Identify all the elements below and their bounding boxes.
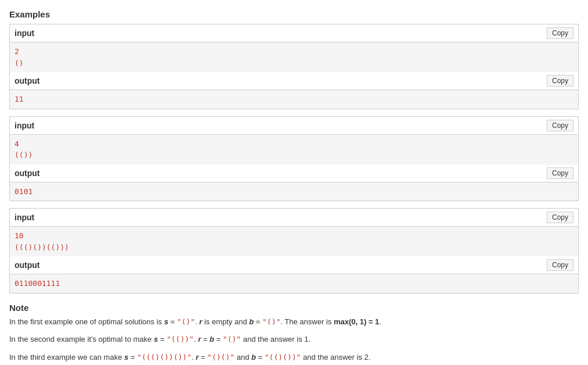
- val-r-3: "()()": [207, 353, 235, 362]
- output-label-3: output: [15, 260, 40, 270]
- var-r-1: r: [199, 317, 202, 326]
- val-rb-2: "()": [223, 335, 241, 343]
- output-label-1: output: [15, 76, 40, 85]
- example-block-1: input Copy 2 () output Copy 11: [9, 24, 579, 109]
- var-b-eq-2: b: [210, 335, 214, 343]
- val-b-3: "(()())": [265, 353, 301, 362]
- val-b-1: "()": [262, 317, 280, 326]
- copy-output-button-2[interactable]: Copy: [547, 167, 573, 179]
- input-line-1a: 2: [15, 46, 573, 58]
- note-section: Note In the first example one of optimal…: [9, 303, 579, 364]
- var-s-3: s: [124, 353, 128, 362]
- input-label-2: input: [15, 121, 34, 130]
- examples-section: Examples input Copy 2 () output Copy 11 …: [9, 9, 579, 294]
- var-b-1: b: [249, 317, 254, 326]
- val-s-1: "()": [177, 317, 195, 326]
- output-content-1: 11: [10, 90, 578, 109]
- input-label-3: input: [15, 213, 34, 222]
- input-header-2: input Copy: [10, 117, 578, 135]
- section-title: Examples: [9, 9, 579, 19]
- output-label-2: output: [15, 169, 40, 178]
- output-header-3: output Copy: [10, 256, 578, 274]
- var-r-3: r: [196, 353, 199, 362]
- input-content-3: 10 ((()())(())): [10, 227, 578, 256]
- input-line-2b: (()): [15, 149, 573, 161]
- input-content-1: 2 (): [10, 42, 578, 72]
- input-header-1: input Copy: [10, 24, 578, 42]
- var-s-1: s: [164, 317, 168, 326]
- example-block-2: input Copy 4 (()) output Copy 0101: [9, 116, 579, 202]
- input-label-1: input: [15, 28, 34, 38]
- output-header-2: output Copy: [10, 164, 578, 182]
- copy-input-button-2[interactable]: Copy: [547, 120, 573, 131]
- copy-input-button-3[interactable]: Copy: [547, 212, 573, 223]
- note-title: Note: [9, 303, 579, 313]
- output-content-3: 0110001111: [10, 274, 578, 293]
- note-line-0: In the first example one of optimal solu…: [9, 316, 579, 328]
- input-line-3a: 10: [15, 230, 573, 242]
- example-block-3: input Copy 10 ((()())(())) output Copy 0…: [9, 208, 579, 294]
- output-header-1: output Copy: [10, 72, 578, 90]
- note-line-2: In the third example we can make s = "((…: [9, 352, 579, 364]
- copy-output-button-1[interactable]: Copy: [547, 75, 573, 87]
- input-line-2a: 4: [15, 138, 573, 150]
- output-content-2: 0101: [10, 182, 578, 201]
- var-r-2: r: [198, 335, 201, 343]
- val-s-3: "((()())())": [137, 353, 192, 362]
- input-header-3: input Copy: [10, 209, 578, 227]
- note-line-1: In the second example it's optimal to ma…: [9, 334, 579, 346]
- input-line-1b: (): [15, 58, 573, 69]
- input-line-3b: ((()())(())): [15, 242, 573, 253]
- var-b-3: b: [251, 353, 256, 362]
- var-s-2: s: [154, 335, 158, 343]
- copy-input-button-1[interactable]: Copy: [547, 27, 573, 39]
- copy-output-button-3[interactable]: Copy: [547, 259, 573, 271]
- input-content-2: 4 (()): [10, 135, 578, 164]
- val-s-2: "(())": [167, 335, 194, 343]
- answer-1: max(0, 1) = 1: [334, 317, 379, 326]
